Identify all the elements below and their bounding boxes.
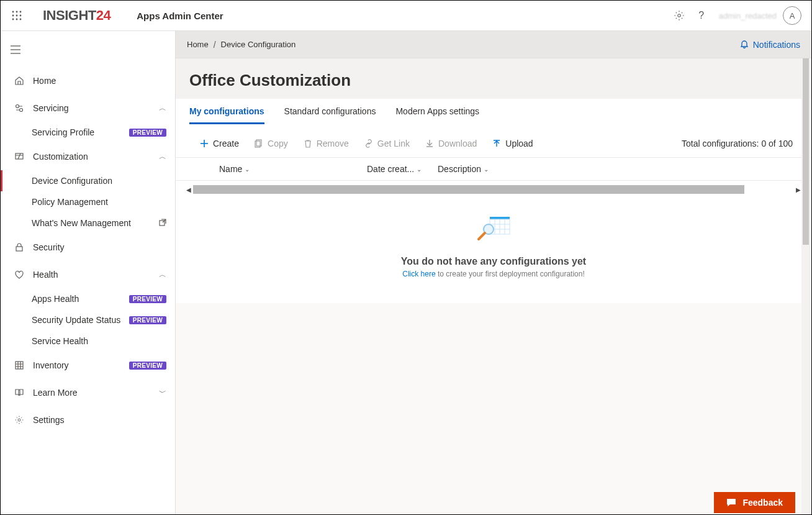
grid-header: Name ⌄ Date creat... ⌄ Description ⌄ [176, 157, 811, 181]
svg-point-0 [12, 11, 14, 13]
empty-state-title: You do not have any configurations yet [176, 256, 811, 267]
svg-point-13 [16, 105, 19, 108]
tab-my-configurations[interactable]: My configurations [189, 106, 264, 124]
scroll-left-arrow[interactable]: ◀ [184, 186, 193, 193]
download-icon [425, 139, 435, 148]
sidebar-item-policy-management[interactable]: Policy Management [1, 191, 175, 212]
sidebar-item-security[interactable]: Security [1, 234, 175, 261]
create-first-link[interactable]: Click here [402, 270, 435, 278]
breadcrumb-current: Device Configuration [221, 40, 296, 49]
preview-badge: PREVIEW [129, 362, 166, 370]
book-icon [13, 388, 25, 398]
preview-badge: PREVIEW [129, 129, 166, 137]
svg-point-19 [18, 419, 20, 421]
sidebar-item-servicing[interactable]: Servicing ︿ [1, 94, 175, 122]
hamburger-icon[interactable] [1, 37, 30, 62]
tab-bar: My configurations Standard configuration… [176, 99, 811, 125]
sidebar: Home Servicing ︿ Servicing Profile PREVI… [1, 31, 176, 514]
chevron-down-icon: ﹀ [159, 388, 166, 398]
chevron-down-icon: ⌄ [484, 166, 489, 173]
settings-gear-icon[interactable] [668, 4, 690, 27]
health-icon [13, 270, 25, 280]
bell-icon [739, 40, 749, 50]
chevron-up-icon: ︿ [159, 270, 166, 280]
gear-icon [13, 415, 25, 425]
trash-icon [303, 139, 313, 148]
vertical-scrollbar[interactable] [801, 58, 810, 514]
preview-badge: PREVIEW [129, 316, 166, 324]
notifications-link[interactable]: Notifications [739, 40, 800, 50]
horizontal-scrollbar[interactable]: ◀ ▶ [184, 185, 803, 194]
svg-point-9 [678, 14, 681, 17]
column-header-description[interactable]: Description ⌄ [438, 164, 793, 174]
sidebar-item-home[interactable]: Home [1, 67, 175, 94]
chevron-down-icon: ⌄ [245, 166, 250, 173]
chevron-down-icon: ⌄ [417, 166, 422, 173]
tab-modern-apps-settings[interactable]: Modern Apps settings [395, 106, 479, 124]
plus-icon [199, 139, 209, 148]
copy-button[interactable]: Copy [254, 139, 288, 148]
feedback-button[interactable]: Feedback [714, 492, 795, 513]
chevron-up-icon: ︿ [159, 103, 166, 114]
servicing-icon [13, 103, 25, 113]
upload-icon [492, 139, 502, 148]
sidebar-item-whats-new-management[interactable]: What's New Management [1, 212, 175, 234]
sidebar-item-device-configuration[interactable]: Device Configuration [1, 170, 175, 191]
preview-badge: PREVIEW [129, 295, 166, 303]
sidebar-item-inventory[interactable]: Inventory PREVIEW [1, 352, 175, 379]
scrollbar-thumb[interactable] [193, 185, 794, 194]
main-content: Home / Device Configuration Notification… [176, 31, 811, 514]
total-configurations-text: Total configurations: 0 of 100 [682, 139, 793, 148]
empty-state: You do not have any configurations yet C… [176, 194, 811, 303]
empty-illustration [475, 213, 512, 245]
breadcrumb-separator: / [214, 40, 216, 50]
empty-state-subtitle: Click here to create your first deployme… [176, 270, 811, 278]
sidebar-item-learn-more[interactable]: Learn More ﹀ [1, 379, 175, 406]
toolbar: Create Copy Remove Get Link [176, 125, 811, 157]
breadcrumb: Home / Device Configuration Notification… [176, 31, 811, 58]
page-title: Office Customization [176, 58, 811, 99]
copy-icon [254, 139, 264, 148]
svg-point-14 [20, 109, 23, 112]
breadcrumb-home[interactable]: Home [187, 40, 209, 49]
sidebar-item-customization[interactable]: Customization ︿ [1, 143, 175, 170]
sidebar-item-servicing-profile[interactable]: Servicing Profile PREVIEW [1, 122, 175, 143]
svg-rect-24 [490, 217, 510, 219]
external-link-icon [159, 219, 166, 228]
app-title: Apps Admin Center [137, 11, 223, 21]
get-link-button[interactable]: Get Link [364, 139, 410, 148]
chevron-up-icon: ︿ [159, 152, 166, 162]
sidebar-item-apps-health[interactable]: Apps Health PREVIEW [1, 288, 175, 309]
svg-point-7 [16, 19, 18, 21]
brand-logo: INSIGHT24 [43, 7, 111, 24]
app-launcher-icon[interactable] [8, 7, 25, 24]
svg-point-5 [20, 15, 22, 17]
inventory-icon [13, 360, 25, 370]
svg-point-2 [20, 11, 22, 13]
sidebar-item-service-health[interactable]: Service Health [1, 330, 175, 352]
home-icon [13, 76, 25, 86]
svg-point-6 [12, 19, 14, 21]
svg-point-1 [16, 11, 18, 13]
chat-icon [726, 498, 736, 508]
username-text: admin_redacted [719, 11, 777, 21]
scrollbar-thumb[interactable] [803, 58, 809, 245]
sidebar-item-health[interactable]: Health ︿ [1, 261, 175, 288]
create-button[interactable]: Create [199, 139, 239, 148]
svg-rect-18 [16, 362, 23, 369]
help-icon[interactable]: ? [690, 4, 713, 27]
avatar[interactable]: A [783, 6, 801, 25]
upload-button[interactable]: Upload [492, 139, 533, 148]
download-button[interactable]: Download [425, 139, 477, 148]
brand-part2: 24 [96, 7, 111, 23]
customization-icon [13, 152, 25, 162]
column-header-date-created[interactable]: Date creat... ⌄ [367, 164, 438, 174]
svg-point-8 [20, 19, 22, 21]
tab-standard-configurations[interactable]: Standard configurations [284, 106, 376, 124]
sidebar-item-security-update-status[interactable]: Security Update Status PREVIEW [1, 309, 175, 330]
sidebar-item-settings[interactable]: Settings [1, 406, 175, 434]
remove-button[interactable]: Remove [303, 139, 349, 148]
link-icon [364, 139, 374, 148]
svg-rect-17 [16, 247, 22, 251]
column-header-name[interactable]: Name ⌄ [219, 164, 367, 174]
